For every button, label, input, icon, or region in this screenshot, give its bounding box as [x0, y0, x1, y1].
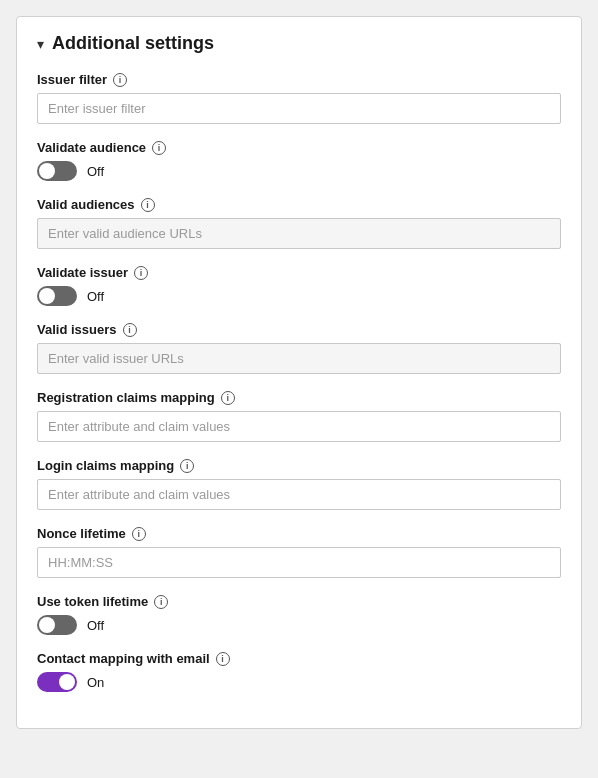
registration-claims-mapping-input[interactable] [37, 411, 561, 442]
contact-mapping-with-email-toggle-label: On [87, 675, 104, 690]
use-token-lifetime-label: Use token lifetime i [37, 594, 561, 609]
validate-audience-toggle-row: Off [37, 161, 561, 181]
registration-claims-mapping-group: Registration claims mapping i [37, 390, 561, 442]
valid-audiences-info-icon[interactable]: i [141, 198, 155, 212]
validate-audience-toggle-label: Off [87, 164, 104, 179]
registration-claims-mapping-label: Registration claims mapping i [37, 390, 561, 405]
use-token-lifetime-toggle-row: Off [37, 615, 561, 635]
section-title: Additional settings [52, 33, 214, 54]
valid-issuers-group: Valid issuers i [37, 322, 561, 374]
validate-issuer-toggle[interactable] [37, 286, 77, 306]
login-claims-mapping-input[interactable] [37, 479, 561, 510]
nonce-lifetime-group: Nonce lifetime i [37, 526, 561, 578]
valid-issuers-info-icon[interactable]: i [123, 323, 137, 337]
valid-audiences-label: Valid audiences i [37, 197, 561, 212]
contact-mapping-with-email-toggle-row: On [37, 672, 561, 692]
contact-mapping-with-email-label: Contact mapping with email i [37, 651, 561, 666]
login-claims-mapping-group: Login claims mapping i [37, 458, 561, 510]
validate-audience-toggle[interactable] [37, 161, 77, 181]
login-claims-mapping-label: Login claims mapping i [37, 458, 561, 473]
valid-issuers-label: Valid issuers i [37, 322, 561, 337]
chevron-down-icon[interactable]: ▾ [37, 36, 44, 52]
section-header: ▾ Additional settings [37, 33, 561, 54]
validate-issuer-toggle-label: Off [87, 289, 104, 304]
additional-settings-card: ▾ Additional settings Issuer filter i Va… [16, 16, 582, 729]
contact-mapping-with-email-toggle[interactable] [37, 672, 77, 692]
validate-issuer-toggle-row: Off [37, 286, 561, 306]
nonce-lifetime-input[interactable] [37, 547, 561, 578]
issuer-filter-input[interactable] [37, 93, 561, 124]
validate-audience-group: Validate audience i Off [37, 140, 561, 181]
use-token-lifetime-toggle[interactable] [37, 615, 77, 635]
contact-mapping-with-email-group: Contact mapping with email i On [37, 651, 561, 692]
issuer-filter-info-icon[interactable]: i [113, 73, 127, 87]
nonce-lifetime-label: Nonce lifetime i [37, 526, 561, 541]
issuer-filter-group: Issuer filter i [37, 72, 561, 124]
valid-issuers-input [37, 343, 561, 374]
validate-issuer-label: Validate issuer i [37, 265, 561, 280]
use-token-lifetime-group: Use token lifetime i Off [37, 594, 561, 635]
contact-mapping-with-email-info-icon[interactable]: i [216, 652, 230, 666]
validate-audience-info-icon[interactable]: i [152, 141, 166, 155]
login-claims-mapping-info-icon[interactable]: i [180, 459, 194, 473]
validate-issuer-info-icon[interactable]: i [134, 266, 148, 280]
nonce-lifetime-info-icon[interactable]: i [132, 527, 146, 541]
validate-audience-label: Validate audience i [37, 140, 561, 155]
valid-audiences-group: Valid audiences i [37, 197, 561, 249]
valid-audiences-input [37, 218, 561, 249]
registration-claims-mapping-info-icon[interactable]: i [221, 391, 235, 405]
use-token-lifetime-toggle-label: Off [87, 618, 104, 633]
validate-issuer-group: Validate issuer i Off [37, 265, 561, 306]
issuer-filter-label: Issuer filter i [37, 72, 561, 87]
use-token-lifetime-info-icon[interactable]: i [154, 595, 168, 609]
